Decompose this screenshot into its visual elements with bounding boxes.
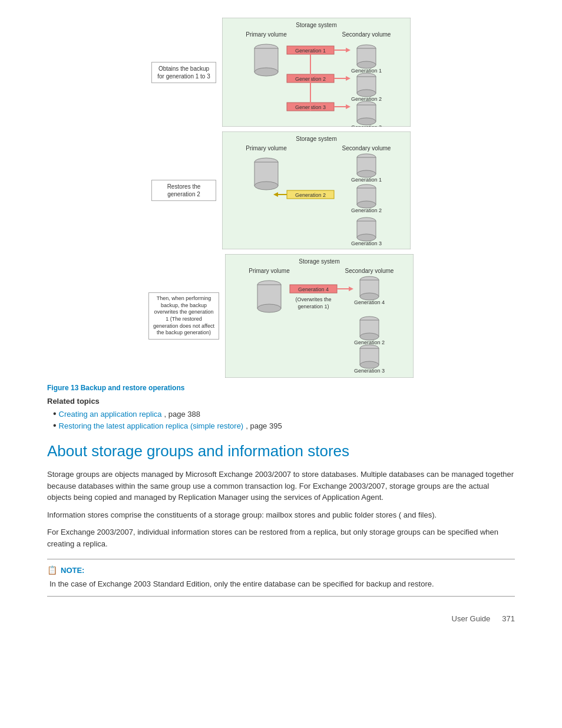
diagrams-container: Obtains the backup for generation 1 to 3… [47, 18, 515, 378]
diagram-1-side-label: Obtains the backup for generation 1 to 3 [151, 62, 216, 83]
svg-text:Storage system: Storage system [296, 22, 336, 28]
svg-text:Secondary volume: Secondary volume [342, 31, 391, 38]
svg-text:Primary volume: Primary volume [246, 31, 287, 38]
diagram-1-svg: Storage system Primary volume Secondary … [222, 18, 411, 127]
related-topics-list: • Creating an application replica, page … [47, 409, 515, 430]
diagram-2-wrapper: Restores the generation 2 Storage system… [47, 131, 515, 249]
svg-text:Generation 4: Generation 4 [354, 299, 385, 305]
figure-caption: Figure 13 Backup and restore operations [47, 384, 515, 392]
diagram-1-wrapper: Obtains the backup for generation 1 to 3… [47, 18, 515, 127]
note-title: 📋 NOTE: [47, 565, 515, 575]
page: Obtains the backup for generation 1 to 3… [0, 0, 562, 647]
svg-text:Generation 1: Generation 1 [295, 48, 326, 54]
svg-text:Generation 1: Generation 1 [351, 177, 382, 183]
svg-text:Generation 2: Generation 2 [351, 207, 382, 213]
section-heading: About storage groups and information sto… [47, 442, 515, 460]
footer: User Guide 371 [47, 614, 515, 623]
bullet-1: • [53, 409, 57, 419]
related-page-1: , page 388 [164, 410, 200, 419]
svg-point-62 [257, 304, 281, 312]
body-paragraph-3: For Exchange 2003/2007, individual infor… [47, 526, 515, 549]
svg-text:Storage system: Storage system [299, 258, 339, 265]
svg-text:Secondary volume: Secondary volume [345, 268, 394, 274]
diagram-2-svg: Storage system Primary volume Secondary … [222, 131, 411, 249]
svg-text:Generation 2: Generation 2 [295, 192, 326, 198]
related-page-2: , page 395 [246, 421, 282, 430]
note-text: In the case of Exchange 2003 Standard Ed… [47, 578, 515, 590]
svg-text:generation 1): generation 1) [297, 304, 329, 309]
related-topics-title: Related topics [47, 397, 515, 406]
footer-guide: User Guide [452, 614, 491, 623]
note-icon: 📋 [47, 565, 57, 575]
svg-text:Secondary volume: Secondary volume [342, 145, 391, 151]
svg-point-39 [254, 182, 278, 190]
footer-page: 371 [502, 614, 515, 623]
svg-text:Primary volume: Primary volume [249, 268, 290, 274]
related-link-1[interactable]: Creating an application replica [59, 410, 162, 419]
bullet-2: • [53, 421, 57, 430]
svg-text:Generation 3: Generation 3 [351, 241, 382, 246]
svg-text:(Overwrites the: (Overwrites the [295, 297, 331, 302]
diagram-3-side-label: Then, when performing backup, the backup… [148, 292, 219, 340]
diagram-3-wrapper: Then, when performing backup, the backup… [47, 254, 515, 378]
diagram-3-svg: Storage system Primary volume Secondary … [225, 254, 414, 378]
svg-text:Generation 4: Generation 4 [298, 286, 329, 292]
related-item-1: • Creating an application replica, page … [53, 409, 515, 419]
related-link-2[interactable]: Restoring the latest application replica… [59, 421, 244, 430]
svg-text:Primary volume: Primary volume [246, 145, 287, 151]
body-paragraph-2: Information stores comprise the constitu… [47, 509, 515, 521]
diagram-2-side-label: Restores the generation 2 [151, 180, 216, 201]
svg-text:Generation 3: Generation 3 [351, 124, 382, 127]
body-paragraph-1: Storage groups are objects managed by Mi… [47, 469, 515, 503]
svg-text:Storage system: Storage system [296, 136, 336, 142]
note-title-text: NOTE: [61, 566, 84, 575]
note-box: 📋 NOTE: In the case of Exchange 2003 Sta… [47, 559, 515, 597]
svg-point-6 [254, 68, 278, 76]
related-item-2: • Restoring the latest application repli… [53, 421, 515, 430]
svg-text:Generation 3: Generation 3 [354, 368, 385, 374]
